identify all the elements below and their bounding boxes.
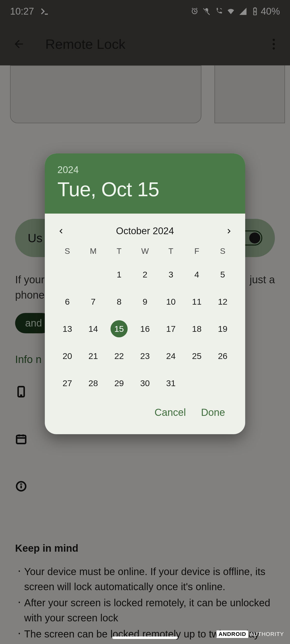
calendar-day[interactable]: 7 — [85, 293, 102, 310]
calendar-day[interactable]: 10 — [162, 293, 179, 310]
chevron-right-icon — [226, 228, 233, 235]
day-of-week-header: T — [158, 247, 184, 256]
done-button[interactable]: Done — [201, 407, 225, 418]
calendar-day[interactable]: 20 — [59, 347, 76, 365]
calendar-day[interactable]: 6 — [59, 293, 76, 310]
day-of-week-header: F — [184, 247, 210, 256]
calendar-day[interactable]: 2 — [136, 266, 154, 283]
calendar-day[interactable]: 27 — [59, 375, 76, 392]
calendar-day[interactable]: 15 — [111, 320, 128, 337]
gesture-nav-pill[interactable] — [112, 636, 178, 639]
calendar-day[interactable]: 31 — [162, 375, 179, 392]
day-of-week-header: M — [80, 247, 106, 256]
calendar-day[interactable]: 5 — [214, 266, 231, 283]
calendar-day[interactable]: 14 — [85, 320, 102, 337]
month-year-label[interactable]: October 2024 — [116, 226, 174, 236]
date-picker-dialog: 2024 Tue, Oct 15 October 2024 SMTWTFS123… — [45, 153, 245, 434]
calendar-day[interactable]: 1 — [111, 266, 128, 283]
day-of-week-header: S — [54, 247, 80, 256]
watermark: ANDROID AUTHORITY — [216, 630, 284, 638]
calendar-day[interactable]: 9 — [136, 293, 154, 310]
calendar-day[interactable]: 21 — [85, 347, 102, 365]
calendar-day[interactable]: 22 — [111, 347, 128, 365]
calendar-day[interactable]: 18 — [188, 320, 205, 337]
calendar-day[interactable]: 25 — [188, 347, 205, 365]
prev-month-button[interactable] — [57, 228, 64, 235]
calendar-day[interactable]: 11 — [188, 293, 205, 310]
calendar-day[interactable]: 8 — [111, 293, 128, 310]
calendar-day[interactable]: 17 — [162, 320, 179, 337]
calendar-day[interactable]: 30 — [136, 375, 154, 392]
chevron-left-icon — [57, 228, 64, 235]
calendar-day[interactable]: 29 — [111, 375, 128, 392]
day-of-week-header: S — [210, 247, 236, 256]
calendar-day[interactable]: 24 — [162, 347, 179, 365]
calendar-day[interactable]: 19 — [214, 320, 231, 337]
calendar-day[interactable]: 13 — [59, 320, 76, 337]
calendar-day[interactable]: 26 — [214, 347, 231, 365]
calendar-day[interactable]: 12 — [214, 293, 231, 310]
calendar-day[interactable]: 4 — [188, 266, 205, 283]
calendar-day[interactable]: 28 — [85, 375, 102, 392]
selected-date-label: Tue, Oct 15 — [57, 178, 233, 201]
calendar-day[interactable]: 16 — [136, 320, 154, 337]
calendar-day[interactable]: 3 — [162, 266, 179, 283]
day-of-week-header: T — [106, 247, 132, 256]
calendar-grid: SMTWTFS123456789101112131415161718192021… — [52, 244, 238, 402]
selected-year[interactable]: 2024 — [57, 165, 233, 175]
cancel-button[interactable]: Cancel — [155, 407, 186, 418]
next-month-button[interactable] — [226, 228, 233, 235]
date-picker-header: 2024 Tue, Oct 15 — [45, 153, 245, 214]
calendar-day[interactable]: 23 — [136, 347, 154, 365]
day-of-week-header: W — [132, 247, 158, 256]
